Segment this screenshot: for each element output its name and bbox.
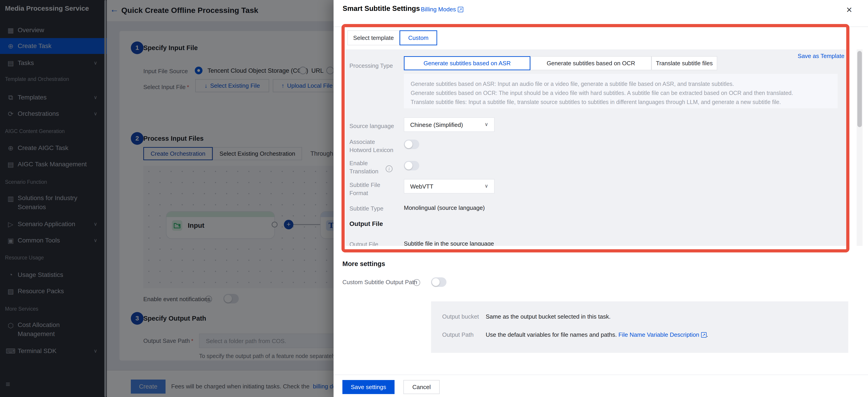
translation-label-line2: Translation [349, 168, 378, 175]
type-button-label: Generate subtitles based on ASR [424, 60, 510, 67]
description-line: Generate subtitles based on OCR: The inp… [411, 88, 831, 97]
format-label-line1: Subtitle File [349, 181, 380, 188]
hotword-label-line1: Associate [349, 138, 375, 145]
type-asr-button[interactable]: Generate subtitles based on ASR [404, 56, 530, 70]
smart-subtitle-settings-modal: Smart Subtitle Settings Billing Modes↗ ×… [334, 0, 868, 397]
modal-title: Smart Subtitle Settings [343, 4, 420, 13]
chevron-down-icon: ∨ [485, 183, 488, 189]
file-name-variable-label: File Name Variable Description [618, 331, 699, 338]
tab-select-template[interactable]: Select template [347, 30, 400, 45]
type-button-label: Generate subtitles based on OCR [547, 60, 635, 67]
save-as-template-link[interactable]: Save as Template [798, 53, 844, 60]
translation-label-line1: Enable [349, 160, 368, 167]
output-settings-box: Output bucket Same as the output bucket … [431, 301, 848, 353]
output-bucket-value: Same as the output bucket selected in th… [486, 313, 611, 320]
more-settings-heading: More settings [342, 260, 385, 268]
scrollbar-thumb[interactable] [857, 51, 862, 127]
billing-modes-link[interactable]: Billing Modes↗ [421, 6, 463, 13]
info-icon[interactable]: i [413, 279, 420, 286]
output-path-value: Use the default variables for file names… [486, 331, 708, 338]
screen: Media Processing Service ▦ Overview ⊕ Cr… [0, 0, 868, 397]
tab-label: Select template [353, 34, 394, 41]
enable-translation-label: Enable Translation [349, 159, 378, 175]
processing-type-label: Processing Type [349, 62, 393, 70]
modal-footer-divider [334, 374, 868, 375]
output-file-value: Subtitle file in the source language [404, 240, 494, 246]
subtitle-type-label: Subtitle Type [349, 204, 383, 212]
format-label-line2: Format [349, 190, 368, 196]
tab-custom[interactable]: Custom [400, 30, 437, 45]
custom-settings-panel: Save as Template Processing Type Generat… [345, 49, 847, 246]
info-icon[interactable]: i [386, 165, 393, 172]
source-language-value: Chinese (Simplified) [410, 122, 463, 129]
type-translate-button[interactable]: Translate subtitle files [651, 56, 717, 70]
modal-scrollbar[interactable] [857, 49, 863, 246]
custom-output-path-toggle[interactable] [431, 277, 446, 287]
output-file-label: Output File [349, 240, 378, 246]
output-path-text: Use the default variables for file names… [486, 331, 617, 338]
external-link-icon: ↗ [458, 7, 463, 12]
enable-translation-toggle[interactable] [404, 161, 419, 170]
close-icon[interactable]: × [846, 4, 852, 15]
tab-label: Custom [408, 34, 429, 41]
type-ocr-button[interactable]: Generate subtitles based on OCR [530, 56, 651, 70]
subtitle-type-value: Monolingual (source language) [404, 204, 485, 211]
subtitle-format-value: WebVTT [410, 183, 433, 190]
description-line: Translate subtitle files: Input a subtit… [411, 97, 831, 106]
external-link-icon: ↗ [701, 332, 707, 338]
processing-type-description: Generate subtitles based on ASR: Input a… [404, 74, 838, 108]
source-language-label: Source language [349, 122, 394, 130]
custom-output-path-label: Custom Subtitle Output Path [342, 279, 417, 286]
hotword-label: Associate Hotword Lexicon [349, 138, 394, 154]
source-language-select[interactable]: Chinese (Simplified) ∨ [404, 118, 495, 132]
output-bucket-label: Output bucket [442, 313, 479, 320]
subtitle-format-label: Subtitle File Format [349, 181, 380, 197]
billing-modes-label: Billing Modes [421, 6, 456, 13]
period: . [707, 331, 708, 338]
description-line: Generate subtitles based on ASR: Input a… [411, 79, 831, 88]
subtitle-format-select[interactable]: WebVTT ∨ [404, 179, 495, 194]
cancel-button[interactable]: Cancel [403, 380, 440, 394]
output-path-label: Output Path [442, 331, 474, 338]
hotword-label-line2: Hotword Lexicon [349, 146, 394, 154]
modal-header-divider [334, 27, 868, 27]
hotword-toggle[interactable] [404, 140, 419, 149]
save-settings-button[interactable]: Save settings [342, 380, 395, 394]
type-button-label: Translate subtitle files [656, 60, 713, 67]
file-name-variable-link[interactable]: File Name Variable Description↗ [618, 331, 706, 338]
chevron-down-icon: ∨ [485, 122, 488, 127]
output-file-heading: Output File [349, 220, 383, 228]
